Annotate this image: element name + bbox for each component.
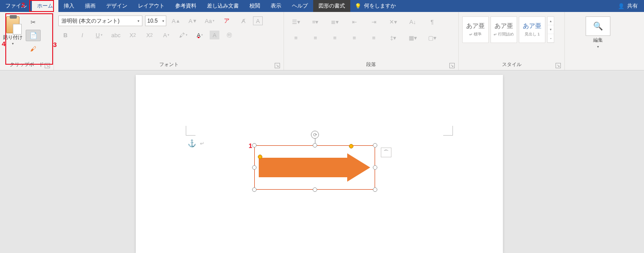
tab-review[interactable]: 校閲 xyxy=(244,0,265,12)
subscript-button[interactable]: X2 xyxy=(126,30,140,40)
tab-references[interactable]: 参考資料 xyxy=(170,0,202,12)
lightbulb-icon: 💡 xyxy=(355,3,361,9)
resize-handle-sw[interactable] xyxy=(252,187,257,192)
paste-button[interactable]: 貼り付け ▾ xyxy=(3,14,23,46)
align-left-button[interactable]: ≡ xyxy=(288,32,303,43)
numbering-button[interactable]: ≡▾ xyxy=(308,16,323,27)
styles-gallery[interactable]: あア亜 ↵標準 あア亜 ↵行間詰め あア亜 見出し 1 ▴ ▾ ⌄ xyxy=(461,14,555,46)
resize-handle-e[interactable] xyxy=(373,165,377,170)
group-label-clipboard: クリップボード ↘ xyxy=(3,61,51,69)
font-dialog-launcher[interactable]: ↘ xyxy=(275,63,280,68)
resize-handle-se[interactable] xyxy=(373,187,377,192)
resize-handle-nw[interactable] xyxy=(252,143,257,148)
resize-handle-w[interactable] xyxy=(252,165,257,170)
sort-button[interactable]: A↓ xyxy=(405,16,420,27)
resize-handle-ne[interactable] xyxy=(373,143,377,148)
share-label: 共有 xyxy=(627,2,638,10)
tab-view[interactable]: 表示 xyxy=(265,0,287,12)
arrow-shape[interactable] xyxy=(259,153,371,182)
group-styles: あア亜 ↵標準 あア亜 ↵行間詰め あア亜 見出し 1 ▴ ▾ ⌄ xyxy=(459,12,565,70)
scissors-icon: ✂ xyxy=(31,19,36,26)
cut-button[interactable]: ✂ xyxy=(26,16,41,28)
bullets-button[interactable]: ☰▾ xyxy=(288,16,303,27)
tab-design[interactable]: デザイン xyxy=(101,0,133,12)
styles-gallery-more[interactable]: ▴ ▾ ⌄ xyxy=(547,16,554,43)
tell-me-search[interactable]: 💡 何をしますか xyxy=(350,0,400,12)
text-effects-button[interactable]: A▾ xyxy=(159,30,173,40)
rotate-handle[interactable]: ⟳ xyxy=(311,131,319,139)
change-case-button[interactable]: Aa▾ xyxy=(203,16,217,26)
group-editing: 🔍 編集▾ xyxy=(565,12,631,70)
style-no-spacing[interactable]: あア亜 ↵行間詰め xyxy=(491,16,517,43)
paste-label: 貼り付け xyxy=(3,34,23,41)
clipboard-dialog-launcher[interactable]: ↘ xyxy=(45,63,50,68)
tell-me-placeholder: 何をしますか xyxy=(364,2,396,10)
search-icon: 🔍 xyxy=(593,21,603,31)
tab-file[interactable]: ファイル xyxy=(0,0,32,12)
tab-mailings[interactable]: 差し込み文書 xyxy=(202,0,244,12)
enclose-characters-button[interactable]: A xyxy=(253,16,263,25)
group-font: 游明朝 (本文のフォント) ▾ 10.5 ▾ A▲ A▼ Aa▾ ア A̸ A … xyxy=(54,12,284,70)
adjust-handle-1[interactable] xyxy=(258,155,262,159)
decrease-indent-button[interactable]: ⇤ xyxy=(347,16,362,27)
shading-button[interactable]: ▦▾ xyxy=(405,32,420,43)
margin-corner-top-right xyxy=(443,126,453,136)
underline-button[interactable]: U▾ xyxy=(92,30,106,40)
copy-button[interactable]: 📄 xyxy=(26,30,41,41)
grow-font-button[interactable]: A▲ xyxy=(169,16,183,26)
superscript-button[interactable]: X2 xyxy=(142,30,157,40)
arrow-head xyxy=(347,153,370,182)
chevron-down-icon: ▾ xyxy=(138,19,139,23)
align-right-button[interactable]: ≡ xyxy=(327,32,342,43)
font-name-combo[interactable]: 游明朝 (本文のフォント) ▾ xyxy=(58,16,142,26)
page[interactable]: ⚓ ↵ ⟳ ⌒ xyxy=(136,75,503,253)
line-spacing-button[interactable]: ‡▾ xyxy=(386,32,401,43)
bold-button[interactable]: B xyxy=(58,30,73,40)
chevron-down-icon: ▾ xyxy=(12,42,14,46)
borders-button[interactable]: ▢▾ xyxy=(425,32,440,43)
margin-corner-top-left xyxy=(186,126,196,136)
eraser-icon: A̸ xyxy=(242,18,245,24)
titlebar-spacer xyxy=(400,0,612,12)
format-painter-button[interactable]: 🖌 xyxy=(26,43,41,54)
ribbon: 貼り付け ▾ ✂ 📄 🖌 クリップボード ↘ 游明朝 (本文のフォント) ▾ xyxy=(0,12,644,70)
group-label-styles: スタイル ↘ xyxy=(461,61,562,69)
align-center-button[interactable]: ≡ xyxy=(308,32,323,43)
italic-button[interactable]: I xyxy=(75,30,89,40)
font-size-combo[interactable]: 10.5 ▾ xyxy=(145,16,166,26)
character-shading-button[interactable]: A xyxy=(210,31,219,39)
paste-icon xyxy=(6,16,19,33)
tab-insert[interactable]: 挿入 xyxy=(58,0,80,12)
multilevel-list-button[interactable]: ≣▾ xyxy=(327,16,342,27)
tab-layout[interactable]: レイアウト xyxy=(133,0,170,12)
strikethrough-button[interactable]: abc xyxy=(109,30,123,40)
group-label-font: フォント ↘ xyxy=(57,61,281,69)
highlight-button[interactable]: 🖍▾ xyxy=(176,30,190,40)
font-color-button[interactable]: A▾ xyxy=(193,30,207,40)
resize-handle-s[interactable] xyxy=(313,187,317,192)
justify-button[interactable]: ≡ xyxy=(347,32,362,43)
phonetic-guide-button[interactable]: ア xyxy=(219,16,234,26)
style-normal[interactable]: あア亜 ↵標準 xyxy=(462,16,489,43)
layout-options-button[interactable]: ⌒ xyxy=(381,148,391,157)
tab-home[interactable]: ホーム xyxy=(32,0,58,12)
increase-indent-button[interactable]: ⇥ xyxy=(366,16,381,27)
shrink-font-button[interactable]: A▼ xyxy=(186,16,200,26)
distributed-button[interactable]: ≡ xyxy=(366,32,381,43)
show-marks-button[interactable]: ¶ xyxy=(425,16,440,27)
find-button[interactable]: 🔍 xyxy=(586,16,610,36)
share-button[interactable]: 👤 共有 xyxy=(612,0,644,12)
tab-help[interactable]: ヘルプ xyxy=(287,0,313,12)
asian-layout-button[interactable]: ✕▾ xyxy=(386,16,401,27)
clear-formatting-button[interactable]: A̸ xyxy=(236,16,250,26)
group-label-paragraph: 段落 ↘ xyxy=(287,61,456,69)
styles-dialog-launcher[interactable]: ↘ xyxy=(556,63,561,68)
tab-draw[interactable]: 描画 xyxy=(80,0,101,12)
tab-shape-format[interactable]: 図形の書式 xyxy=(313,0,350,12)
paragraph-dialog-launcher[interactable]: ↘ xyxy=(449,63,455,68)
adjust-handle-2[interactable] xyxy=(349,144,353,148)
style-heading-1[interactable]: あア亜 見出し 1 xyxy=(519,16,545,43)
copy-icon: 📄 xyxy=(30,32,37,39)
character-border-button[interactable]: ㊕ xyxy=(222,30,236,40)
resize-handle-n[interactable] xyxy=(313,143,317,148)
